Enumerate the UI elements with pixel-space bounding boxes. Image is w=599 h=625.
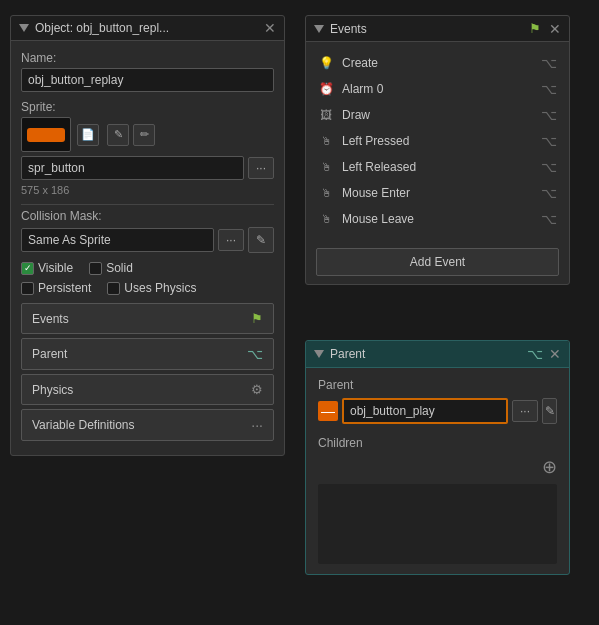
visible-checkbox-item: ✓ Visible <box>21 261 73 275</box>
collision-edit-btn[interactable]: ✎ <box>248 227 274 253</box>
sprite-browse-btn[interactable]: 📄 <box>77 124 99 146</box>
solid-checkbox[interactable] <box>89 262 102 275</box>
sprite-section: Sprite: 📄 ✎ ✏ ··· 575 x 186 <box>21 100 274 196</box>
event-mouse-leave[interactable]: 🖱 Mouse Leave ⌥ <box>306 206 569 232</box>
parent-nav-btn[interactable]: Parent ⌥ <box>21 338 274 370</box>
events-nav-btn[interactable]: Events ⚑ <box>21 303 274 334</box>
create-icon: 💡 <box>318 55 334 71</box>
event-left-pressed[interactable]: 🖱 Left Pressed ⌥ <box>306 128 569 154</box>
checkboxes-row-1: ✓ Visible Solid <box>21 261 274 275</box>
sprite-pencil-btn[interactable]: ✏ <box>133 124 155 146</box>
parent-panel-header: Parent ⌥ ✕ <box>306 341 569 368</box>
mouse-enter-branch-icon: ⌥ <box>541 185 557 201</box>
mouse-enter-icon: 🖱 <box>318 185 334 201</box>
event-left-pressed-left: 🖱 Left Pressed <box>318 133 409 149</box>
events-panel-header: Events ⚑ ✕ <box>306 16 569 42</box>
vardef-nav-btn[interactable]: Variable Definitions ··· <box>21 409 274 441</box>
mouse-leave-branch-icon: ⌥ <box>541 211 557 227</box>
object-panel-title: Object: obj_button_repl... <box>35 21 169 35</box>
sprite-dots-btn[interactable]: ··· <box>248 157 274 179</box>
event-mouse-leave-label: Mouse Leave <box>342 212 414 226</box>
physics-gear-icon: ⚙ <box>251 382 263 397</box>
parent-panel-close[interactable]: ✕ <box>549 347 561 361</box>
name-input[interactable] <box>21 68 274 92</box>
parent-header-branch-icon: ⌥ <box>527 346 543 362</box>
events-list: 💡 Create ⌥ ⏰ Alarm 0 ⌥ 🖼 Draw ⌥ 🖱 Le <box>306 42 569 240</box>
sprite-icons: 📄 <box>77 124 99 146</box>
event-mouse-enter[interactable]: 🖱 Mouse Enter ⌥ <box>306 180 569 206</box>
sprite-size: 575 x 186 <box>21 184 274 196</box>
alarm0-icon: ⏰ <box>318 81 334 97</box>
left-released-icon: 🖱 <box>318 159 334 175</box>
sprite-thumbnail <box>27 128 65 142</box>
solid-checkbox-item: Solid <box>89 261 133 275</box>
children-area <box>318 484 557 564</box>
event-mouse-enter-left: 🖱 Mouse Enter <box>318 185 410 201</box>
children-label: Children <box>318 436 557 450</box>
event-create[interactable]: 💡 Create ⌥ <box>306 50 569 76</box>
event-create-label: Create <box>342 56 378 70</box>
name-label: Name: <box>21 51 274 65</box>
vardef-dots-icon: ··· <box>251 417 263 433</box>
events-panel: Events ⚑ ✕ 💡 Create ⌥ ⏰ Alarm 0 ⌥ 🖼 <box>305 15 570 285</box>
parent-collapse-icon[interactable] <box>314 350 324 358</box>
visible-label: Visible <box>38 261 73 275</box>
object-panel: Object: obj_button_repl... ✕ Name: Sprit… <box>10 15 285 456</box>
parent-panel: Parent ⌥ ✕ Parent — ··· ✎ Children ⊕ <box>305 340 570 575</box>
vardef-nav-label: Variable Definitions <box>32 418 135 432</box>
mouse-leave-icon: 🖱 <box>318 211 334 227</box>
parent-dots-btn[interactable]: ··· <box>512 400 538 422</box>
event-alarm0[interactable]: ⏰ Alarm 0 ⌥ <box>306 76 569 102</box>
sprite-edit-row: ✎ ✏ <box>107 124 274 146</box>
events-header-left: Events <box>314 22 367 36</box>
children-header-row: ⊕ <box>318 456 557 478</box>
children-add-btn[interactable]: ⊕ <box>542 456 557 478</box>
parent-label: Parent <box>318 378 557 392</box>
event-alarm0-label: Alarm 0 <box>342 82 383 96</box>
header-left: Object: obj_button_repl... <box>19 21 169 35</box>
event-left-released-label: Left Released <box>342 160 416 174</box>
persistent-label: Persistent <box>38 281 91 295</box>
divider-1 <box>21 204 274 205</box>
visible-checkbox[interactable]: ✓ <box>21 262 34 275</box>
alarm0-branch-icon: ⌥ <box>541 81 557 97</box>
event-mouse-enter-label: Mouse Enter <box>342 186 410 200</box>
uses-physics-checkbox-item: Uses Physics <box>107 281 196 295</box>
physics-nav-label: Physics <box>32 383 73 397</box>
collision-label: Collision Mask: <box>21 209 274 223</box>
collision-dots-btn[interactable]: ··· <box>218 229 244 251</box>
event-left-released[interactable]: 🖱 Left Released ⌥ <box>306 154 569 180</box>
sprite-name-input[interactable] <box>21 156 244 180</box>
visible-check-mark: ✓ <box>24 263 32 273</box>
parent-branch-icon: ⌥ <box>247 346 263 362</box>
sprite-edit-btn[interactable]: ✎ <box>107 124 129 146</box>
events-collapse-icon[interactable] <box>314 25 324 33</box>
object-panel-close[interactable]: ✕ <box>264 21 276 35</box>
parent-header-left: Parent <box>314 347 365 361</box>
sprite-preview-box <box>21 117 71 152</box>
persistent-checkbox[interactable] <box>21 282 34 295</box>
parent-input-row: — ··· ✎ <box>318 398 557 424</box>
collapse-icon[interactable] <box>19 24 29 32</box>
event-draw[interactable]: 🖼 Draw ⌥ <box>306 102 569 128</box>
collision-row: ··· ✎ <box>21 227 274 253</box>
solid-label: Solid <box>106 261 133 275</box>
event-left-released-left: 🖱 Left Released <box>318 159 416 175</box>
parent-name-input[interactable] <box>342 398 508 424</box>
parent-header-icons: ⌥ ✕ <box>527 346 561 362</box>
uses-physics-checkbox[interactable] <box>107 282 120 295</box>
collision-input[interactable] <box>21 228 214 252</box>
physics-nav-btn[interactable]: Physics ⚙ <box>21 374 274 405</box>
nav-buttons: Events ⚑ Parent ⌥ Physics ⚙ Variable Def… <box>21 303 274 441</box>
parent-panel-title: Parent <box>330 347 365 361</box>
sprite-label: Sprite: <box>21 100 274 114</box>
parent-edit-btn[interactable]: ✎ <box>542 398 557 424</box>
add-event-btn[interactable]: Add Event <box>316 248 559 276</box>
event-draw-left: 🖼 Draw <box>318 107 370 123</box>
sprite-actions: ✎ ✏ <box>107 124 274 146</box>
events-panel-close[interactable]: ✕ <box>549 22 561 36</box>
persistent-checkbox-item: Persistent <box>21 281 91 295</box>
events-panel-title: Events <box>330 22 367 36</box>
object-panel-header: Object: obj_button_repl... ✕ <box>11 16 284 41</box>
parent-remove-btn[interactable]: — <box>318 401 338 421</box>
